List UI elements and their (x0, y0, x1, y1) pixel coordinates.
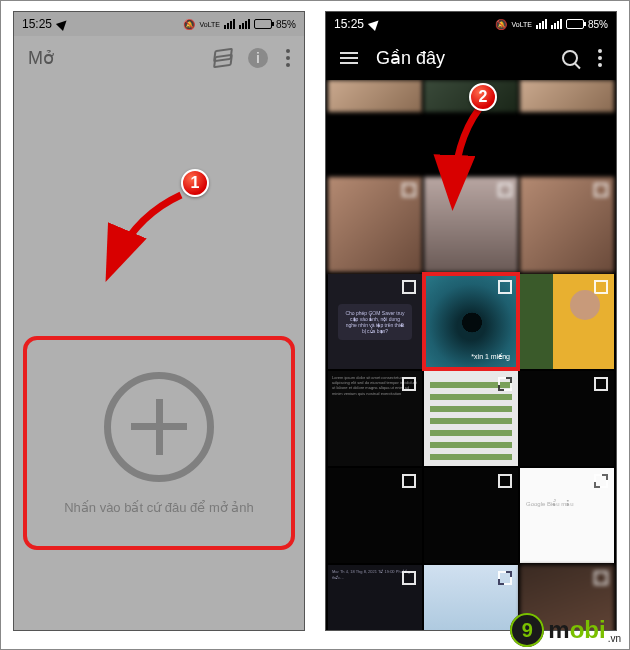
gallery-thumb[interactable] (328, 468, 422, 563)
picker-title: Gần đây (376, 47, 445, 69)
expand-icon (498, 474, 512, 488)
file-picker-header: Gần đây (326, 36, 616, 80)
add-image-icon (104, 372, 214, 482)
search-icon[interactable] (562, 50, 578, 66)
menu-icon[interactable] (340, 52, 358, 64)
battery-icon (566, 19, 584, 29)
expand-icon (594, 183, 608, 197)
gallery-thumb[interactable] (424, 371, 518, 466)
send-icon (368, 17, 382, 31)
status-bar: 15:25 🔕 VoLTE 85% (14, 12, 304, 36)
expand-icon (594, 474, 608, 488)
signal-icon-2 (239, 19, 250, 29)
expand-icon (498, 280, 512, 294)
gallery-thumb[interactable]: Snoopy (424, 565, 518, 630)
gallery-thumb[interactable] (328, 80, 422, 112)
expand-icon (594, 280, 608, 294)
header-title: Mở (28, 47, 54, 69)
watermark: 9 mobi .vn (510, 613, 621, 647)
step-badge-1: 1 (181, 169, 209, 197)
battery-pct: 85% (588, 19, 608, 30)
status-time: 15:25 (22, 17, 52, 31)
gallery-thumb-selected[interactable]: *xin 1 miếng (424, 274, 518, 369)
open-image-prompt: Nhấn vào bất cứ đâu để mở ảnh (64, 500, 254, 515)
send-icon (56, 17, 70, 31)
gallery-thumb[interactable] (520, 371, 614, 466)
arrow-2 (433, 101, 503, 211)
thumb-caption: *xin 1 miếng (471, 353, 510, 361)
status-bar: 15:25 🔕 VoLTE 85% (326, 12, 616, 36)
status-time: 15:25 (334, 17, 364, 31)
app-header: Mở i (14, 36, 304, 80)
volte-label: VoLTE (199, 21, 220, 28)
gallery-thumb[interactable]: Cho phép GOM Saver truy cập vào ảnh, nội… (328, 274, 422, 369)
thumb-dialog-text: Cho phép GOM Saver truy cập vào ảnh, nội… (338, 304, 411, 340)
signal-icon-2 (551, 19, 562, 29)
gallery-thumb[interactable]: Mar Th 4, 18 Thg 8, 2021 Từ 19:00 Phương… (328, 565, 422, 630)
expand-icon (498, 571, 512, 585)
expand-icon (402, 377, 416, 391)
gallery-thumb[interactable] (520, 80, 614, 112)
battery-icon (254, 19, 272, 29)
gallery-thumb[interactable]: Google Biểu mẫu (520, 468, 614, 563)
gallery-thumb[interactable]: Lorem ipsum dolor sit amet consectetur a… (328, 371, 422, 466)
more-menu-icon[interactable] (286, 49, 290, 67)
step-badge-2: 2 (469, 83, 497, 111)
info-icon[interactable]: i (248, 48, 268, 68)
tutorial-canvas: 15:25 🔕 VoLTE 85% Mở i (1, 1, 630, 650)
expand-icon (594, 571, 608, 585)
layers-icon[interactable] (212, 49, 230, 67)
phone-screen-1: 15:25 🔕 VoLTE 85% Mở i (13, 11, 305, 631)
gallery-thumb[interactable] (520, 274, 614, 369)
signal-icon (224, 19, 235, 29)
open-image-body: Nhấn vào bất cứ đâu để mở ảnh (14, 80, 304, 630)
signal-icon (536, 19, 547, 29)
watermark-logo: 9 (510, 613, 544, 647)
gallery-thumb[interactable] (520, 177, 614, 272)
more-menu-icon[interactable] (598, 49, 602, 67)
gallery-thumb[interactable] (424, 468, 518, 563)
expand-icon (498, 377, 512, 391)
arrow-1 (93, 187, 193, 287)
open-image-area[interactable]: Nhấn vào bất cứ đâu để mở ảnh (23, 336, 295, 550)
expand-icon (402, 183, 416, 197)
battery-pct: 85% (276, 19, 296, 30)
gallery-thumb[interactable] (328, 177, 422, 272)
expand-icon (594, 377, 608, 391)
expand-icon (402, 280, 416, 294)
expand-icon (402, 571, 416, 585)
mute-icon: 🔕 (495, 19, 507, 30)
volte-label: VoLTE (511, 21, 532, 28)
expand-icon (402, 474, 416, 488)
mute-icon: 🔕 (183, 19, 195, 30)
